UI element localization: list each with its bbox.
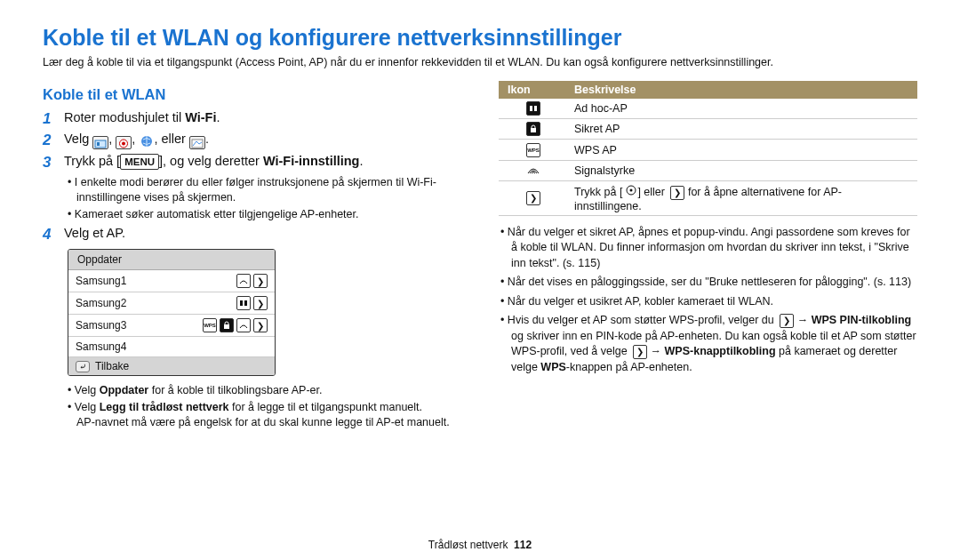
list-item: Velg Legg til trådløst nettverk for å le… — [76, 400, 461, 430]
text: Velg — [64, 132, 92, 146]
page-footer: Trådløst nettverk 112 — [0, 539, 960, 551]
svg-rect-11 — [531, 128, 536, 132]
table-cell: Ad hoc-AP — [565, 99, 917, 119]
text: for å koble til tilkoblingsbare AP-er. — [148, 384, 322, 396]
chevron-right-icon: ❯ — [670, 186, 684, 200]
steps-list: 1 Roter modushjulet til Wi-Fi. 2 Velg , — [43, 110, 461, 172]
ap-list-illustration: Oppdater Samsung1 ❯ Samsung2 ❯ Sams — [68, 249, 276, 376]
mode-icon-4 — [189, 136, 205, 149]
left-column: Koble til et WLAN 1 Roter modushjulet ti… — [43, 81, 461, 434]
step-text: Trykk på [MENU], og velg deretter Wi-Fi-… — [64, 154, 461, 170]
ap-row: Samsung1 ❯ — [68, 270, 275, 292]
ap-row: Samsung4 — [68, 337, 275, 357]
icon-table: Ikon Beskrivelse Ad hoc-AP Sikret AP WPS… — [499, 81, 917, 216]
step-number: 2 — [43, 132, 55, 149]
text: . — [359, 154, 363, 168]
chevron-right-icon: ❯ — [780, 314, 794, 328]
text: Trykk på [ — [574, 186, 622, 198]
step-4: 4 Velg et AP. — [43, 226, 461, 244]
svg-rect-5 — [192, 140, 203, 148]
list-item: Når det vises en påloggingsside, ser du … — [511, 275, 917, 291]
bold-text: Wi-Fi-innstilling — [263, 154, 360, 168]
svg-rect-6 — [240, 300, 243, 306]
mode-icon-2 — [116, 136, 132, 149]
chevron-right-icon: ❯ — [526, 191, 540, 205]
text: ] eller — [637, 186, 668, 198]
wifi-label: Wi-Fi — [185, 110, 216, 124]
bold-text: Oppdater — [100, 384, 149, 396]
svg-rect-1 — [97, 142, 100, 146]
text: ], og velg deretter — [159, 154, 263, 168]
list-item: Kameraet søker automatisk etter tilgjeng… — [76, 207, 461, 222]
chevron-right-icon: ❯ — [253, 296, 268, 310]
bold-text: WPS — [540, 361, 565, 373]
svg-rect-9 — [530, 106, 532, 111]
ap-list-header: Oppdater — [68, 250, 275, 270]
ap-name: Samsung4 — [76, 340, 268, 353]
adhoc-icon — [526, 101, 540, 116]
lock-icon — [526, 122, 540, 136]
table-cell: Signalstyrke — [565, 161, 917, 181]
text: AP-navnet må være på engelsk for at du s… — [76, 416, 450, 428]
text: . — [205, 132, 209, 146]
step-text: Velg et AP. — [64, 226, 461, 240]
text: Velg — [75, 401, 100, 413]
page-title: Koble til et WLAN og konfigurere nettver… — [43, 25, 917, 51]
chevron-right-icon: ❯ — [253, 274, 268, 288]
text: . — [217, 110, 220, 124]
text: Velg — [75, 384, 100, 396]
ap-row: Samsung2 ❯ — [68, 292, 275, 315]
svg-point-13 — [630, 189, 633, 192]
steps-list-cont: 4 Velg et AP. — [43, 226, 461, 244]
back-label: Tilbake — [95, 360, 129, 372]
list-item: I enkelte modi berører du eller følger i… — [76, 175, 461, 205]
section-heading: Koble til et WLAN — [43, 86, 461, 103]
svg-rect-0 — [95, 140, 106, 148]
adhoc-icon — [236, 296, 251, 310]
signal-icon — [236, 318, 251, 332]
chevron-right-icon: ❯ — [253, 318, 268, 332]
step-1: 1 Roter modushjulet til Wi-Fi. — [43, 110, 461, 128]
after-list-sublist: Velg Oppdater for å koble til tilkobling… — [43, 383, 461, 430]
text: → — [794, 314, 811, 326]
table-cell: Trykk på [] eller ❯ for å åpne alternati… — [565, 181, 917, 216]
mode-icon-3-globe — [139, 134, 154, 148]
chevron-right-icon: ❯ — [633, 345, 647, 359]
step-3: 3 Trykk på [MENU], og velg deretter Wi-F… — [43, 154, 461, 172]
lock-icon — [220, 318, 234, 332]
intro-paragraph: Lær deg å koble til via et tilgangspunkt… — [43, 56, 917, 68]
ap-name: Samsung2 — [76, 297, 234, 309]
step-text: Roter modushjulet til Wi-Fi. — [64, 110, 461, 124]
page-number: 112 — [514, 539, 532, 551]
ap-row: Samsung3 WPS ❯ — [68, 315, 275, 337]
list-item: Når du velger et sikret AP, åpnes et pop… — [511, 225, 917, 272]
text: Trykk på [ — [64, 154, 120, 168]
table-header-beskrivelse: Beskrivelse — [565, 81, 917, 99]
ap-name: Samsung1 — [76, 275, 234, 287]
ap-name: Samsung3 — [76, 319, 200, 332]
right-bullets: Når du velger et sikret AP, åpnes et pop… — [499, 225, 917, 376]
step-2: 2 Velg , , , eller — [43, 132, 461, 149]
custom-icon — [625, 184, 637, 196]
text: , eller — [154, 132, 189, 146]
text: Hvis du velger et AP som støtter WPS-pro… — [508, 314, 777, 326]
bold-text: Legg til trådløst nettverk — [100, 401, 229, 413]
text: -knappen på AP-enheten. — [566, 361, 692, 373]
menu-key-icon: MENU — [120, 154, 159, 170]
list-item: Når du velger et usikret AP, kobler kame… — [511, 294, 917, 310]
mode-icon-1 — [92, 136, 108, 149]
step-text: Velg , , , eller . — [64, 132, 461, 149]
svg-rect-10 — [534, 106, 537, 111]
wps-icon: WPS — [526, 143, 540, 157]
text: → — [647, 345, 664, 357]
signal-icon — [236, 274, 251, 288]
text: , — [132, 132, 139, 146]
back-button-icon: ⤶ — [76, 361, 90, 372]
table-cell: WPS AP — [565, 140, 917, 161]
text: , — [108, 132, 116, 146]
bold-text: WPS PIN-tilkobling — [812, 314, 912, 326]
svg-point-3 — [122, 142, 125, 146]
text: Roter modushjulet til — [64, 110, 185, 124]
step-number: 3 — [43, 154, 55, 172]
list-item: Velg Oppdater for å koble til tilkobling… — [76, 383, 461, 398]
